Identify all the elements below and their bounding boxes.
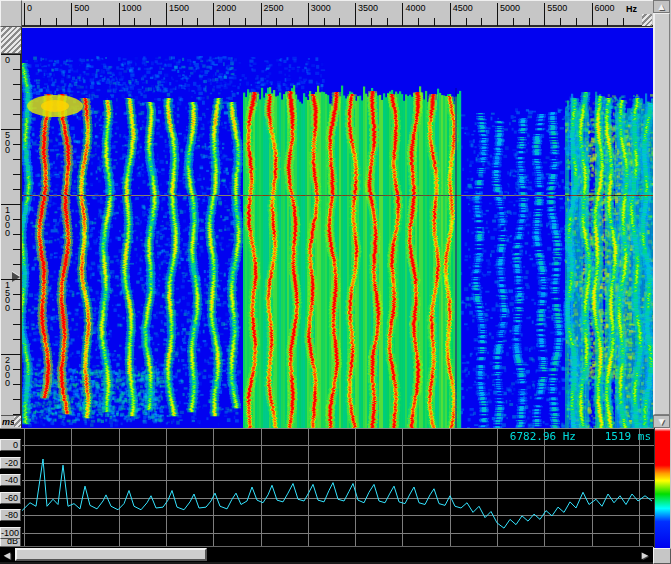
- freq-minor-tick: [576, 18, 577, 26]
- freq-major-tick: [592, 3, 593, 26]
- freq-major-tick: [308, 3, 309, 26]
- freq-tick-label: 2500: [264, 3, 284, 13]
- time-unit-box: ms: [1, 415, 21, 428]
- freq-minor-tick: [513, 18, 514, 26]
- freq-minor-tick: [229, 18, 230, 26]
- time-minor-tick: [13, 114, 21, 115]
- spectrogram-app: Hz 0500100015002000250030003500400045005…: [0, 0, 671, 564]
- freq-minor-tick: [623, 18, 624, 26]
- freq-minor-tick: [387, 18, 388, 26]
- freq-minor-tick: [40, 18, 41, 26]
- scroll-right-button[interactable]: ►: [638, 547, 652, 563]
- freq-major-tick: [450, 3, 451, 26]
- horizontal-scroll-thumb[interactable]: [15, 548, 207, 561]
- freq-minor-tick: [607, 18, 608, 26]
- time-minor-tick: [13, 84, 21, 85]
- freq-tick-label: 2000: [216, 3, 236, 13]
- up-arrow-icon: ▲: [657, 2, 667, 12]
- freq-minor-tick: [339, 18, 340, 26]
- color-scale: [654, 428, 670, 548]
- time-tick-label: 2 0 0 0: [5, 357, 10, 387]
- spectrum-panel: 6782.96 Hz 1519 ms dB 0-20-40-60-80-100: [0, 428, 654, 546]
- time-minor-tick: [13, 384, 21, 385]
- time-minor-tick: [13, 294, 21, 295]
- time-minor-tick: [13, 174, 21, 175]
- freq-tick-label: 5000: [500, 3, 520, 13]
- freq-major-tick: [213, 3, 214, 26]
- time-tick-label: 5 0 0: [5, 132, 10, 155]
- freq-minor-tick: [324, 18, 325, 26]
- time-minor-tick: [13, 144, 21, 145]
- left-arrow-icon: ◄: [2, 549, 13, 561]
- freq-tick-label: 3000: [311, 3, 331, 13]
- time-cursor-marker[interactable]: [12, 272, 20, 282]
- freq-tick-label: 3500: [358, 3, 378, 13]
- freq-minor-tick: [182, 18, 183, 26]
- time-minor-tick: [13, 369, 21, 370]
- freq-minor-tick: [150, 18, 151, 26]
- horizontal-scrollbar[interactable]: ◄ ►: [0, 546, 653, 562]
- frequency-ruler: Hz 0500100015002000250030003500400045005…: [22, 0, 653, 27]
- freq-tick-label: 0: [27, 3, 32, 13]
- freq-minor-tick: [434, 18, 435, 26]
- time-tick-label: 1 0 0 0: [5, 207, 10, 237]
- time-minor-tick: [13, 264, 21, 265]
- freq-major-tick: [402, 3, 403, 26]
- freq-tick-label: 6000: [595, 3, 615, 13]
- freq-minor-tick: [466, 18, 467, 26]
- freq-minor-tick: [197, 18, 198, 26]
- freq-minor-tick: [56, 18, 57, 26]
- db-tick-label: -20: [0, 457, 21, 469]
- spectrogram-canvas[interactable]: [22, 28, 653, 428]
- time-minor-tick: [13, 99, 21, 100]
- freq-minor-tick: [87, 18, 88, 26]
- freq-major-tick: [544, 3, 545, 26]
- freq-minor-tick: [418, 18, 419, 26]
- ruler-end-hatch: [642, 14, 652, 26]
- db-tick-label: -40: [0, 474, 21, 486]
- freq-tick-label: 4000: [405, 3, 425, 13]
- freq-major-tick: [261, 3, 262, 26]
- freq-tick-label: 1000: [122, 3, 142, 13]
- freq-tick-label: 4500: [453, 3, 473, 13]
- freq-major-tick: [166, 3, 167, 26]
- time-minor-tick: [13, 219, 21, 220]
- time-tick-label: 0: [5, 57, 10, 65]
- time-minor-tick: [13, 234, 21, 235]
- time-major-tick: [1, 54, 21, 55]
- freq-minor-tick: [103, 18, 104, 26]
- freq-minor-tick: [134, 18, 135, 26]
- vertical-scroll-thumb[interactable]: [653, 13, 670, 415]
- db-tick-label: -100: [0, 527, 21, 539]
- down-arrow-icon: ▼: [657, 417, 667, 427]
- ms-hatch: [14, 416, 21, 427]
- time-minor-tick: [13, 399, 21, 400]
- spectrum-canvas: [22, 429, 654, 547]
- vertical-scrollbar[interactable]: ▲ ▼: [653, 0, 670, 428]
- freq-tick-label: 5500: [547, 3, 567, 13]
- freq-minor-tick: [276, 18, 277, 26]
- freq-tick-label: 1500: [169, 3, 189, 13]
- time-major-tick: [1, 129, 21, 130]
- db-tick-label: 0: [0, 439, 21, 451]
- time-minor-tick: [13, 249, 21, 250]
- time-minor-tick: [13, 414, 21, 415]
- scroll-left-button[interactable]: ◄: [0, 547, 14, 563]
- freq-minor-tick: [560, 18, 561, 26]
- db-tick-label: -60: [0, 492, 21, 504]
- time-ruler: ms 05 0 01 0 0 01 5 0 02 0 0 0: [0, 27, 22, 428]
- time-minor-tick: [13, 324, 21, 325]
- time-minor-tick: [13, 189, 21, 190]
- freq-minor-tick: [245, 18, 246, 26]
- time-minor-tick: [13, 339, 21, 340]
- freq-minor-tick: [529, 18, 530, 26]
- time-major-tick: [1, 204, 21, 205]
- scroll-down-button[interactable]: ▼: [653, 415, 670, 428]
- time-minor-tick: [13, 309, 21, 310]
- time-tick-label: 1 5 0 0: [5, 282, 10, 312]
- db-scale: dB 0-20-40-60-80-100: [0, 429, 22, 547]
- ruler-top-hatch: [1, 27, 21, 54]
- freq-major-tick: [71, 3, 72, 26]
- freq-major-tick: [119, 3, 120, 26]
- scroll-up-button[interactable]: ▲: [653, 0, 670, 13]
